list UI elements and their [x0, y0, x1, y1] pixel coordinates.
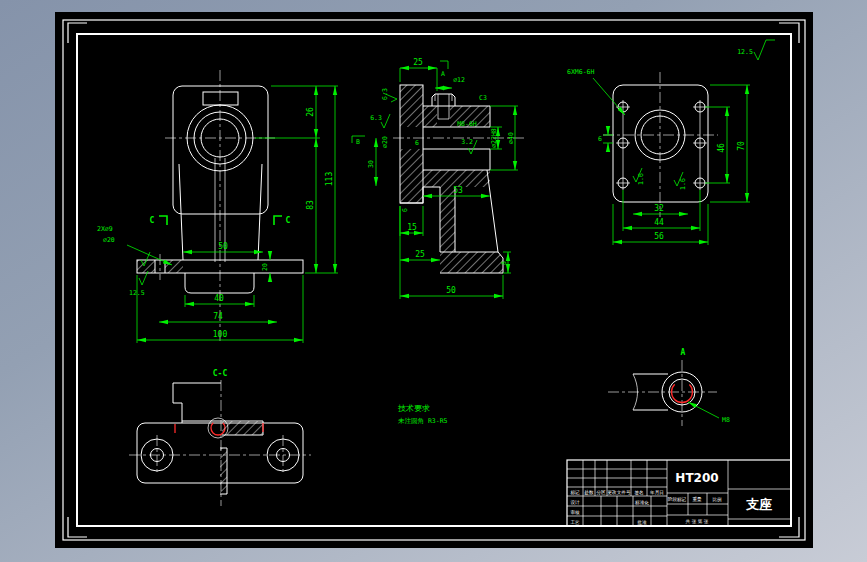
tb-process: 工艺 — [570, 519, 580, 525]
dim-d12: ∅12 — [453, 76, 465, 84]
thread-label: M8 — [722, 416, 730, 424]
section-cc-label: C-C — [213, 369, 228, 378]
dim-6-left: 6 — [401, 208, 409, 212]
section-letter-right: C — [286, 216, 291, 225]
end-dimensions: 6XM6-6H 6 46 70 32 44 56 1.6 1.6 — [567, 68, 750, 245]
sheet-frame — [63, 20, 805, 540]
dim-44: 44 — [654, 218, 664, 227]
tb-design: 设计 — [570, 499, 580, 505]
upright-step-outline — [173, 383, 221, 423]
default-roughness-value: 12.5 — [737, 48, 753, 56]
top-lug — [432, 94, 455, 106]
roughness-icon — [381, 114, 390, 128]
section-mark-left — [159, 216, 167, 225]
drawing-sheet: 12.5 50 40 74 100 — [55, 12, 813, 548]
tb-part-name: 支座 — [745, 497, 772, 512]
view-arrow-b: B — [356, 138, 360, 146]
end-view: 6XM6-6H 6 46 70 32 44 56 1.6 1.6 — [567, 68, 750, 245]
dim-113: 113 — [325, 172, 334, 187]
notes-line1: 未注圆角 R3-R5 — [398, 417, 448, 425]
section-cc-view: C-C — [129, 369, 311, 506]
title-block: 标记 处数 分区 更改文件号 签名 年月日 设计 标准化 审核 工艺 批准 HT… — [567, 460, 791, 526]
section-letter-left: C — [150, 216, 155, 225]
roughness-3-2: 3.2 — [461, 138, 473, 146]
tb-weight: 重量 — [692, 496, 702, 502]
dim-26: 26 — [306, 107, 315, 117]
label-counterbore: ∅20 — [103, 236, 115, 244]
dim-25-low: 25 — [415, 250, 425, 259]
tb-header-count: 处数 — [583, 489, 594, 496]
dim-56: 56 — [654, 232, 664, 241]
dim-40: 40 — [214, 294, 224, 303]
tb-scale: 比例 — [712, 497, 722, 503]
dim-8: 8 — [500, 261, 508, 265]
dim-6-bore: 6 — [415, 139, 419, 147]
tb-header-docno: 更改文件号 — [608, 489, 631, 495]
dim-20: 20 — [261, 263, 269, 271]
view-arrow-a-mark — [440, 61, 448, 69]
detail-a-view: A M8 — [608, 348, 730, 426]
dim-d20: ∅20 — [381, 136, 389, 148]
bottom-boss — [185, 273, 254, 293]
tb-header-sign: 签名 — [634, 490, 643, 495]
tb-header-zone: 分区 — [595, 490, 606, 495]
flange-outline — [613, 85, 708, 202]
section-view: 25 A ∅12 C3 M8-6H ∅22H8 ∅40 3.2 6.3 6.3 … — [367, 58, 527, 299]
label-base-holes: 2X∅9 — [97, 225, 113, 233]
tb-check: 审核 — [570, 510, 580, 515]
notes-title: 技术要求 — [397, 404, 430, 413]
section-mark-right — [274, 216, 282, 225]
dim-chamfer: C3 — [479, 94, 487, 102]
tb-header-mark: 标记 — [569, 489, 580, 496]
rib-edge — [487, 170, 498, 252]
roughness-6-3-face: 6.3 — [370, 114, 382, 122]
dim-83: 83 — [306, 200, 315, 210]
dim-15: 15 — [407, 223, 417, 232]
dim-boss: ∅40 — [507, 132, 515, 144]
view-arrow-a: A — [441, 70, 445, 78]
dim-74: 74 — [213, 312, 223, 321]
roughness-icon — [754, 40, 775, 60]
dim-25-top: 25 — [413, 58, 423, 67]
tb-standard: 标准化 — [634, 500, 649, 506]
dim-70: 70 — [737, 141, 746, 151]
default-roughness-note: 12.5 — [737, 40, 775, 60]
dim-53: 53 — [453, 186, 463, 195]
dim-50: 50 — [218, 242, 228, 251]
roughness-1-6-right: 1.6 — [679, 178, 687, 190]
roughness-base: 12.5 — [129, 289, 145, 297]
roughness-1-6-left: 1.6 — [637, 173, 645, 185]
technical-notes: 技术要求 未注圆角 R3-R5 — [397, 404, 448, 425]
front-view: 50 40 74 100 26 83 113 20 2X∅9 ∅20 — [97, 70, 365, 343]
detail-a-label: A — [681, 348, 686, 357]
cad-drawing: 12.5 50 40 74 100 — [55, 12, 813, 548]
dim-bore: ∅22H8 — [490, 128, 498, 148]
tb-sheets: 共 张 第 张 — [686, 519, 709, 525]
tb-header-date: 年月日 — [650, 490, 664, 496]
dim-30: 30 — [367, 160, 375, 168]
dim-6-offset: 6 — [598, 135, 602, 143]
dim-100: 100 — [213, 330, 228, 339]
dim-32: 32 — [654, 204, 664, 213]
dim-thread: M8-6H — [457, 120, 477, 128]
mounting-holes — [616, 102, 707, 188]
tb-stage: 阶段标记 — [668, 496, 687, 503]
label-m6-holes: 6XM6-6H — [567, 68, 594, 76]
dim-46: 46 — [717, 143, 726, 153]
dim-50-bottom: 50 — [446, 286, 456, 295]
tb-material: HT200 — [675, 471, 718, 485]
top-slot — [203, 92, 238, 105]
